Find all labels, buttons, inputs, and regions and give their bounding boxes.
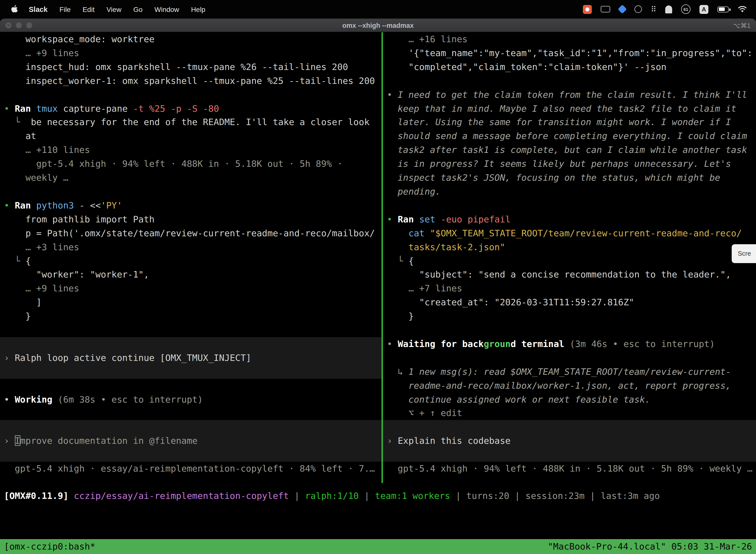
terminal-line: ] <box>4 295 378 309</box>
terminal-segment: … +110 lines <box>4 145 90 155</box>
window-shortcut: ⌥⌘1 <box>733 21 751 29</box>
terminal-segment: … +16 lines <box>387 34 467 44</box>
terminal-segment: later. Using the same for transition mig… <box>387 117 731 127</box>
terminal-line <box>387 74 752 88</box>
terminal-line: tasks/task-2.json" <box>387 240 752 254</box>
terminal-line <box>4 379 378 392</box>
terminal-segment: • <box>387 214 397 224</box>
status-segment: ralph:1/10 <box>305 491 359 501</box>
terminal-segment: Ran <box>15 200 36 211</box>
apple-menu[interactable] <box>7 5 23 13</box>
terminal-segment: from pathlib import Path <box>4 214 154 224</box>
terminal-segment <box>387 228 408 238</box>
status-segment: [OMX#0.11.9] <box>4 491 74 501</box>
terminal-content: workspace_mode: worktree … +9 lines insp… <box>0 32 756 554</box>
terminal-segment: 1 new msg(s): read $OMX_TEAM_STATE_ROOT/… <box>408 366 731 377</box>
terminal-segment: gpt-5.4 xhigh · 94% left · 488K in · 5.1… <box>4 158 342 169</box>
terminal-line <box>4 406 378 420</box>
menu-item-file[interactable]: File <box>54 5 77 13</box>
wifi-icon[interactable] <box>738 6 747 13</box>
app-grid-icon[interactable]: ⠿ <box>651 5 656 14</box>
record-circle-icon[interactable] <box>634 5 642 13</box>
window-title: omx --xhigh --madmax <box>342 21 414 29</box>
menu-item-help[interactable]: Help <box>185 5 211 13</box>
menu-item-edit[interactable]: Edit <box>77 5 101 13</box>
terminal-segment: inspect_worker-1: omx sparkshell --tmux-… <box>4 75 375 86</box>
menu-item-window[interactable]: Window <box>148 5 185 13</box>
terminal-line: should send a message before completing … <box>387 129 752 143</box>
prompt-suggestion-row[interactable]: › Improve documentation in @filename <box>0 420 381 462</box>
ghost-icon[interactable] <box>665 5 672 13</box>
raycast-icon[interactable] <box>618 5 627 14</box>
terminal-line: … +16 lines <box>387 32 752 46</box>
terminal-line: └ { <box>4 254 378 268</box>
terminal-line <box>387 323 752 337</box>
menu-item-slack[interactable]: Slack <box>23 5 54 13</box>
pane-right[interactable]: … +16 lines '{"team_name":"my-team","tas… <box>383 32 756 476</box>
terminal-segment: • <box>4 394 15 404</box>
status-segment: | <box>359 491 375 501</box>
menubar-status-icons: ⠿ 61 A <box>583 4 756 14</box>
terminal-segment: (3m 46s • esc to interrupt) <box>570 339 715 349</box>
status-segment: cczip/essay/ai-reimplementation-copyleft <box>74 491 289 501</box>
terminal-segment: gpt-5.4 xhigh · 94% left · 488K in · 5.1… <box>387 463 753 474</box>
terminal-segment: capture-pane <box>63 103 133 113</box>
terminal-segment: "subject": "send a concise recommendatio… <box>387 269 731 280</box>
terminal-window: × omx --xhigh --madmax ⌥⌘1 workspace_mod… <box>0 19 756 554</box>
terminal-line: keep that in mind. Maybe I also need the… <box>387 102 752 115</box>
terminal-line: pending. <box>387 185 752 199</box>
terminal-segment: -p <box>171 103 187 113</box>
screenshot-notification[interactable]: Scre <box>732 244 756 263</box>
menu-item-go[interactable]: Go <box>127 5 148 13</box>
terminal-line <box>4 88 378 102</box>
status-segment: | <box>289 491 305 501</box>
prompt-suggestion-row[interactable]: › Ralph loop active continue [OMX_TMUX_I… <box>0 337 381 379</box>
battery-percent-badge[interactable]: 61 <box>681 4 691 14</box>
terminal-line: • Waiting for background terminal (3m 46… <box>387 337 752 351</box>
window-titlebar[interactable]: × omx --xhigh --madmax ⌥⌘1 <box>0 19 756 32</box>
terminal-segment: -80 <box>203 103 219 113</box>
terminal-segment: gpt-5.4 xhigh · essay/ai-reimplementatio… <box>4 463 375 474</box>
terminal-segment: } <box>4 311 31 321</box>
terminal-line <box>387 351 752 365</box>
keyboard-icon[interactable] <box>601 6 610 12</box>
terminal-segment: › <box>387 436 397 446</box>
terminal-segment: Waiting for back <box>397 339 484 349</box>
close-button[interactable]: × <box>5 22 11 28</box>
terminal-line: inspect_hud: omx sparkshell --tmux-pane … <box>4 60 378 74</box>
terminal-segment: } <box>387 311 414 321</box>
pane-left[interactable]: workspace_mode: worktree … +9 lines insp… <box>0 32 381 476</box>
terminal-segment: Ran <box>15 103 36 113</box>
terminal-segment: └ <box>4 117 31 127</box>
terminal-line: gpt-5.4 xhigh · 94% left · 488K in · 5.1… <box>387 462 752 476</box>
menu-item-view[interactable]: View <box>101 5 127 13</box>
battery-icon[interactable] <box>717 6 729 12</box>
minimize-button[interactable] <box>16 22 22 28</box>
terminal-segment: python3 <box>36 200 79 211</box>
terminal-line: • Ran tmux capture-pane -t %25 -p -S -80 <box>4 102 378 115</box>
terminal-segment: › <box>4 352 15 363</box>
menubar-left: Slack File Edit View Go Window Help <box>0 5 211 13</box>
terminal-segment: -t <box>133 103 149 113</box>
terminal-segment: • <box>4 103 15 113</box>
zoom-button[interactable] <box>26 22 32 28</box>
terminal-line: at <box>4 129 378 143</box>
terminal-line: } <box>4 309 378 323</box>
screen-recording-icon[interactable] <box>583 5 592 14</box>
terminal-line: • Working (6m 38s • esc to interrupt) <box>4 392 378 406</box>
terminal-segment <box>387 241 408 252</box>
terminal-segment: • <box>4 200 15 211</box>
terminal-line: inspect task2's JSON, focusing on the st… <box>387 171 752 185</box>
terminal-line: … +9 lines <box>4 282 378 296</box>
terminal-segment: "completed","claim_token":"claim-token"}… <box>387 62 667 72</box>
terminal-segment: tmux <box>36 103 63 113</box>
status-segment: last:3m ago <box>601 491 660 501</box>
terminal-segment: I need to get the claim token from the c… <box>397 89 747 100</box>
terminal-line: p = Path('.omx/state/team/review-current… <box>4 226 378 240</box>
terminal-segment: '{"team_name":"my-team","task_id":"1","f… <box>387 48 753 58</box>
traffic-lights: × <box>5 19 32 32</box>
status-segment: | <box>450 491 466 501</box>
input-source-icon[interactable]: A <box>699 5 708 14</box>
prompt-suggestion-row[interactable]: › Explain this codebase <box>383 420 756 462</box>
terminal-segment: "$OMX_TEAM_STATE_ROOT/team/review-curren… <box>430 228 742 238</box>
